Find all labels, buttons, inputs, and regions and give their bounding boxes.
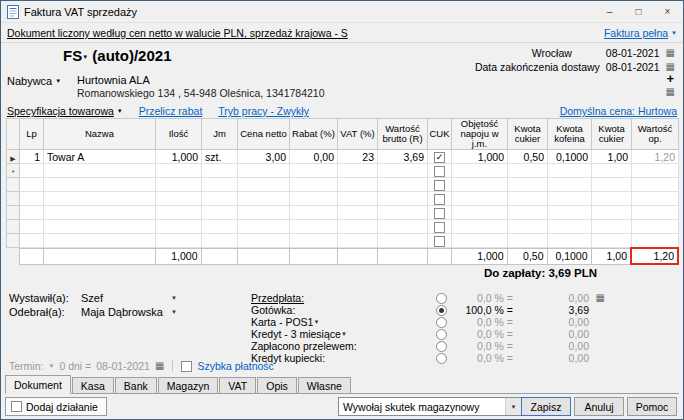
cuk-checkbox[interactable] — [434, 236, 445, 247]
cell-lp[interactable]: 1 — [20, 150, 44, 164]
cuk-checkbox[interactable] — [434, 166, 445, 177]
recalc-discount-link[interactable]: Przelicz rabat — [139, 105, 203, 117]
trade-credit-label: Kredyt kupiecki: — [251, 352, 325, 364]
add-action-checkbox[interactable]: Dodaj działanie — [5, 397, 107, 416]
cell-rabat[interactable]: 0,00 — [290, 150, 338, 164]
table-row[interactable] — [7, 220, 679, 234]
cell-ilosc[interactable]: 1,000 — [156, 150, 202, 164]
issuer-field[interactable]: Szef — [81, 292, 171, 304]
tab-bank[interactable]: Bank — [115, 377, 157, 393]
term-days: 0 dni = — [59, 360, 91, 372]
cuk-checkbox[interactable] — [434, 194, 445, 205]
calendar-icon[interactable]: ▦ — [589, 293, 605, 303]
table-row[interactable] — [7, 192, 679, 206]
chevron-down-icon[interactable]: ▼ — [341, 331, 347, 337]
cash-radio[interactable] — [436, 305, 447, 316]
prepayment-value[interactable]: 0,00 — [513, 292, 589, 304]
tab-vat[interactable]: VAT — [219, 377, 256, 393]
table-row[interactable]: * — [7, 164, 679, 178]
table-row[interactable] — [7, 206, 679, 220]
summary-sugar-2: 1,00 — [591, 248, 631, 264]
transfer-percent: 0,0 % = — [449, 340, 513, 352]
chevron-down-icon[interactable]: ▼ — [313, 319, 319, 325]
chevron-down-icon: ▼ — [82, 54, 88, 60]
total-due-label: Do zapłaty: — [484, 267, 545, 279]
work-mode-link[interactable]: Tryb pracy - Zwykły — [218, 105, 309, 117]
delivery-date-field[interactable]: 08-01-2021 — [606, 61, 660, 73]
minimize-icon[interactable]: – — [595, 1, 624, 22]
prepayment-link[interactable]: Przedpłata: — [251, 292, 304, 304]
close-icon[interactable]: × — [653, 1, 682, 22]
calendar-icon[interactable]: ▦ — [666, 48, 675, 58]
cell-wartosc-op[interactable]: 1,20 — [632, 150, 679, 164]
receiver-field[interactable]: Maja Dąbrowska — [81, 306, 171, 318]
invoice-type-dropdown[interactable]: Faktura pełna ▼ — [604, 27, 677, 39]
credit-value[interactable]: 0,00 — [513, 328, 589, 340]
doc-number-text: (auto)/2021 — [92, 47, 171, 64]
cuk-checkbox[interactable] — [434, 222, 445, 233]
warehouse-effect-select[interactable]: Wywołaj skutek magazynowy ▼ — [338, 397, 522, 416]
col-header-ilosc: Ilość — [156, 119, 202, 150]
cell-nazwa[interactable]: Towar A — [44, 150, 156, 164]
document-settings-link[interactable]: Dokument liczony według cen netto w walu… — [7, 27, 348, 39]
cuk-checkbox[interactable] — [434, 208, 445, 219]
buyer-dropdown[interactable]: Nabywca ▼ — [7, 75, 61, 87]
term-row: Termin: ▼ 0 dni = 08-01-2021 ▦ Szybka pł… — [9, 360, 274, 372]
cell-brutto[interactable]: 3,69 — [378, 150, 428, 164]
doc-symbol-dropdown[interactable]: FS▼ — [63, 47, 92, 64]
credit-dropdown[interactable]: Kredyt - 3 miesiące — [251, 328, 341, 340]
buyer-picker-icon[interactable]: ▦ — [666, 87, 675, 97]
trade-credit-percent: 0,0 % = — [449, 352, 513, 364]
goods-spec-dropdown[interactable]: Specyfikacja towarowa ▼ — [7, 105, 123, 117]
add-buyer-button[interactable]: + — [666, 71, 674, 86]
tab-kasa[interactable]: Kasa — [72, 377, 114, 393]
col-header-lp: Lp — [20, 119, 44, 150]
credit-radio[interactable] — [436, 329, 447, 340]
cuk-checkbox[interactable] — [434, 180, 445, 191]
app-icon — [7, 5, 19, 19]
cell-cena-netto[interactable]: 3,00 — [238, 150, 290, 164]
transfer-value[interactable]: 0,00 — [513, 340, 589, 352]
quick-payment-checkbox[interactable] — [181, 361, 192, 372]
cell-kwota-cukier-2[interactable]: 1,00 — [592, 150, 632, 164]
card-value[interactable]: 0,00 — [513, 316, 589, 328]
chevron-down-icon[interactable]: ▼ — [505, 398, 521, 415]
prepayment-radio[interactable] — [436, 293, 447, 304]
cell-kwota-cukier[interactable]: 0,50 — [508, 150, 548, 164]
save-button[interactable]: Zapisz — [521, 397, 571, 416]
summary-empty — [377, 248, 427, 264]
cell-jm[interactable]: szt. — [202, 150, 238, 164]
table-row[interactable] — [7, 178, 679, 192]
cancel-button[interactable]: Anuluj — [574, 397, 624, 416]
default-price-link[interactable]: Domyślna cena: Hurtowa — [560, 105, 677, 117]
summary-caffeine: 0,1000 — [547, 248, 591, 264]
tab-dokument[interactable]: Dokument — [5, 375, 71, 394]
tab-opis[interactable]: Opis — [257, 377, 297, 393]
invoice-type-label: Faktura pełna — [604, 27, 668, 39]
cell-vat[interactable]: 23 — [338, 150, 378, 164]
tab-wlasne[interactable]: Własne — [298, 377, 351, 393]
buyer-name-field[interactable]: Hurtownia ALA — [77, 74, 150, 86]
chevron-down-icon: ▼ — [671, 30, 677, 36]
transfer-radio[interactable] — [436, 341, 447, 352]
cell-objetosc[interactable]: 1,000 — [452, 150, 508, 164]
card-radio[interactable] — [436, 317, 447, 328]
tab-magazyn[interactable]: Magazyn — [158, 377, 219, 393]
chevron-down-icon[interactable]: ▼ — [171, 295, 177, 301]
cuk-checkbox[interactable]: ✓ — [434, 152, 445, 163]
issue-city-field[interactable]: Wrocław — [532, 47, 572, 59]
table-row[interactable]: ▶ 1 Towar A 1,000 szt. 3,00 0,00 23 3,69… — [7, 150, 679, 164]
trade-credit-radio[interactable] — [436, 353, 447, 364]
cash-value[interactable]: 3,69 — [513, 304, 589, 316]
trade-credit-value[interactable]: 0,00 — [513, 352, 589, 364]
divider — [172, 360, 173, 372]
delivery-date-label: Data zakończenia dostawy — [475, 61, 600, 73]
issue-date-field[interactable]: 08-01-2021 — [606, 47, 660, 59]
card-dropdown[interactable]: Karta - POS1 — [251, 316, 313, 328]
chevron-down-icon[interactable]: ▼ — [171, 309, 177, 315]
table-row[interactable] — [7, 234, 679, 248]
maximize-icon[interactable]: □ — [624, 1, 653, 22]
col-header-wartosc-op: Wartość op. — [632, 119, 679, 150]
help-button[interactable]: Pomoc — [627, 397, 677, 416]
cell-kwota-kofeina[interactable]: 0,1000 — [548, 150, 592, 164]
